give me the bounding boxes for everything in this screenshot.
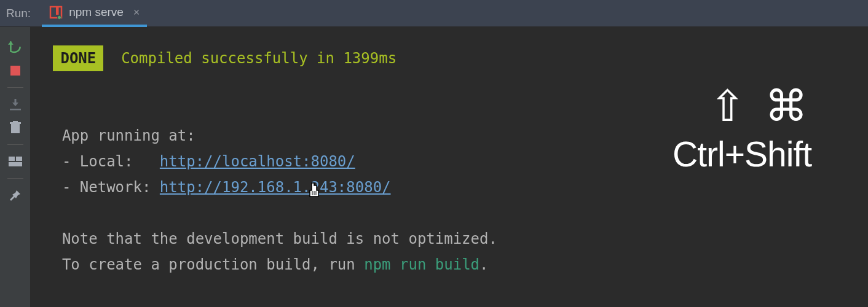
run-panel-header: Run: npm serve × xyxy=(0,0,868,27)
svg-rect-2 xyxy=(10,66,20,76)
local-url-link[interactable]: http://localhost:8080/ xyxy=(160,153,355,170)
svg-rect-5 xyxy=(11,124,20,133)
console-line: Note that the development build is not o… xyxy=(44,230,497,247)
run-label: Run: xyxy=(0,7,42,20)
console-line: DONE Compiled successfully in 1399ms xyxy=(44,50,397,67)
console-line: - Local: http://localhost:8080/ xyxy=(44,153,355,170)
compile-success-message: Compiled successfully in 1399ms xyxy=(121,50,397,67)
svg-rect-1 xyxy=(56,7,59,15)
npm-build-command: npm run build xyxy=(364,256,479,273)
svg-rect-9 xyxy=(16,157,22,161)
tab-label: npm serve xyxy=(69,6,124,19)
network-url-link[interactable]: http://192.168.1.243:8080/ xyxy=(160,179,391,196)
clear-all-button[interactable] xyxy=(5,117,26,138)
toolbar-divider xyxy=(7,178,23,179)
svg-rect-10 xyxy=(9,162,22,166)
svg-rect-4 xyxy=(14,99,16,104)
toolbar-divider xyxy=(7,144,23,145)
tab-close-button[interactable]: × xyxy=(133,6,140,19)
console-line: App running at: xyxy=(44,127,195,144)
done-badge: DONE xyxy=(53,45,103,71)
layout-button[interactable] xyxy=(5,151,26,172)
rerun-button[interactable] xyxy=(5,37,26,58)
svg-rect-8 xyxy=(9,157,15,161)
stop-button[interactable] xyxy=(5,60,26,81)
console-line: - Network: http://192.168.1.243:8080/ xyxy=(44,179,391,196)
scroll-to-end-button[interactable] xyxy=(5,94,26,115)
toolbar-divider xyxy=(7,87,23,88)
console-line: To create a production build, run npm ru… xyxy=(44,256,488,273)
run-toolbar xyxy=(0,27,31,307)
console-output[interactable]: DONE Compiled successfully in 1399ms App… xyxy=(31,27,868,307)
run-config-tab[interactable]: npm serve × xyxy=(42,0,147,27)
svg-rect-7 xyxy=(13,121,18,123)
npm-icon xyxy=(49,6,63,19)
pin-button[interactable] xyxy=(5,185,26,206)
svg-rect-3 xyxy=(10,109,21,111)
